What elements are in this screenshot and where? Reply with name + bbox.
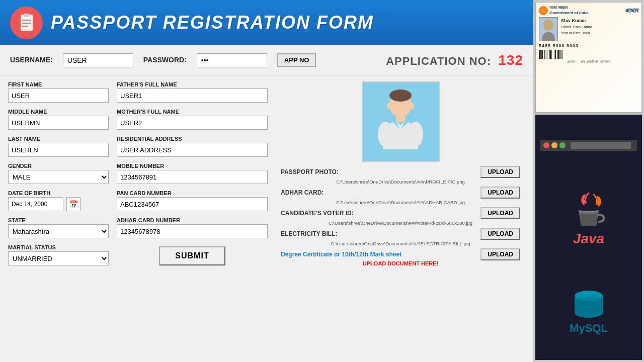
pan-group: PAN CARD NUMBER [117, 190, 268, 211]
header: PASSPORT REGISTRATION FORM [0, 0, 533, 45]
sidebar-bottom: Java MySQL [535, 115, 642, 360]
last-name-input[interactable] [8, 143, 109, 157]
aadhaar-tagline: आधार — आम आदमी का अधिकार [539, 60, 638, 64]
svg-point-20 [575, 303, 603, 313]
middle-name-input[interactable] [8, 116, 109, 130]
mysql-section: MySQL [570, 287, 608, 335]
address-input[interactable] [117, 143, 268, 157]
adhar-card-upload-btn[interactable]: UPLOAD [480, 187, 520, 199]
middle-name-label: MIDDLE NAME [8, 109, 109, 115]
aadhaar-card: भारत सरकारGovernment of India आधार Shiv [536, 3, 641, 112]
passport-photo-upload-btn[interactable]: UPLOAD [480, 166, 520, 178]
aadhaar-number: 5485 5000 8000 [539, 43, 638, 48]
mothers-name-input[interactable] [117, 116, 268, 130]
aadhaar-name: Shiv Kumar [561, 17, 592, 24]
voter-id-upload-btn[interactable]: UPLOAD [480, 207, 520, 219]
adhar-card-upload-row: ADHAR CARD: UPLOAD C:\Users\shree\OneDri… [281, 187, 520, 205]
degree-text: Degree Certificate or 10th/12th Mark she… [281, 251, 401, 258]
aadhaar-dob: Year of Birth: 1988 [561, 30, 592, 36]
application-no: APPLICATION NO: 132 [386, 52, 523, 68]
passport-photo-box [362, 81, 440, 162]
state-label: STATE [8, 217, 109, 223]
svg-point-12 [409, 103, 414, 110]
fathers-name-input[interactable] [117, 88, 268, 103]
state-group: STATE Maharashtra Delhi Karnataka Tamil … [8, 217, 109, 238]
aadhaar-card-panel: भारत सरकारGovernment of India आधार Shiv [535, 2, 642, 113]
username-input[interactable] [63, 53, 133, 67]
address-bar [571, 142, 631, 149]
gender-label: GENDER [8, 163, 109, 169]
first-name-input[interactable] [8, 88, 109, 103]
upload-section: PASSPORT PHOTO: UPLOAD C:\Users\shree\On… [276, 166, 525, 268]
degree-upload-row: Degree Certificate or 10th/12th Mark she… [281, 248, 520, 266]
address-group: RESIDENTIAL ADDRESS [117, 136, 268, 157]
mobile-input[interactable] [117, 170, 268, 184]
java-section: Java [571, 191, 606, 247]
browser-toolbar [540, 140, 637, 151]
svg-rect-3 [22, 23, 31, 24]
last-name-group: LAST NAME [8, 136, 109, 157]
dob-group: DATE OF BIRTH 📅 [8, 190, 109, 211]
java-logo-icon [571, 191, 606, 231]
top-bar: Username: Password: APP NO APPLICATION N… [0, 45, 533, 75]
svg-rect-2 [22, 20, 31, 21]
submit-button[interactable]: SUBMIT [159, 246, 225, 265]
calendar-button[interactable]: 📅 [66, 197, 80, 211]
adhar-group: ADHAR CARD NUMBER [117, 217, 268, 238]
svg-point-11 [387, 103, 392, 110]
dob-input[interactable] [8, 197, 63, 211]
fathers-name-group: FATHER'S FULL NAME [117, 81, 268, 103]
adhar-label: ADHAR CARD NUMBER [117, 217, 268, 223]
right-column: PASSPORT PHOTO: UPLOAD C:\Users\shree\On… [276, 81, 525, 356]
mysql-label: MySQL [570, 322, 608, 335]
right-sidebar: भारत सरकारGovernment of India आधार Shiv [533, 0, 644, 362]
pan-input[interactable] [117, 197, 268, 211]
degree-upload-here: UPLOAD DOCUMENT HERE! [281, 260, 520, 266]
mothers-name-group: MOTHER'S FULL NAME [117, 109, 268, 130]
gender-group: GENDER MALE FEMALE OTHER [8, 163, 109, 184]
header-title: PASSPORT REGISTRATION FORM [51, 12, 374, 33]
app-no-button[interactable]: APP NO [277, 53, 316, 67]
middle-column: FATHER'S FULL NAME MOTHER'S FULL NAME RE… [117, 81, 268, 356]
voter-id-path: C:\Users\shree\OneDrive\Documents\###\vo… [281, 220, 520, 226]
marital-group: MARTIAL STATUS UNMARRIED MARRIED DIVORCE… [8, 244, 109, 265]
electricity-upload-row: ELECTRICITY BILL: UPLOAD C:\Users\shree\… [281, 228, 520, 246]
submit-area: SUBMIT [117, 246, 268, 265]
password-input[interactable] [197, 53, 267, 67]
first-name-label: FIRST NAME [8, 81, 109, 87]
minimize-dot [551, 142, 557, 148]
clipboard-icon [10, 7, 43, 39]
passport-photo-upload-row: PASSPORT PHOTO: UPLOAD C:\Users\shree\On… [281, 166, 520, 185]
voter-id-upload-row: CANDIDATE'S VOTER ID: UPLOAD C:\Users\sh… [281, 207, 520, 226]
electricity-upload-btn[interactable]: UPLOAD [480, 228, 520, 240]
voter-id-label: CANDIDATE'S VOTER ID: [281, 210, 354, 217]
aadhaar-father: Father: Ram Kumar [561, 24, 592, 30]
fathers-name-label: FATHER'S FULL NAME [117, 81, 268, 87]
mobile-group: MOBILE NUMBER [117, 163, 268, 184]
passport-photo-label: PASSPORT PHOTO: [281, 168, 339, 175]
mothers-name-label: MOTHER'S FULL NAME [117, 109, 268, 115]
username-label: Username: [10, 56, 53, 64]
dob-label: DATE OF BIRTH [8, 190, 109, 196]
marital-select[interactable]: UNMARRIED MARRIED DIVORCED [8, 251, 109, 265]
mobile-label: MOBILE NUMBER [117, 163, 268, 169]
svg-point-7 [389, 89, 412, 102]
svg-rect-4 [22, 26, 28, 27]
address-label: RESIDENTIAL ADDRESS [117, 136, 268, 142]
main-area: PASSPORT REGISTRATION FORM Username: Pas… [0, 0, 533, 362]
mysql-logo-icon [571, 287, 606, 322]
passport-photo-path: C:\Users\shree\OneDrive\Documents\###\PR… [281, 179, 520, 185]
adhar-card-label: ADHAR CARD: [281, 189, 324, 196]
gender-select[interactable]: MALE FEMALE OTHER [8, 170, 109, 184]
marital-label: MARTIAL STATUS [8, 244, 109, 250]
left-column: FIRST NAME MIDDLE NAME LAST NAME GENDER … [8, 81, 109, 356]
app-no-label: APPLICATION NO: [386, 55, 491, 67]
degree-upload-btn[interactable]: UPLOAD [480, 248, 520, 260]
password-label: Password: [143, 56, 187, 64]
electricity-label: ELECTRICITY BILL: [281, 230, 337, 237]
first-name-group: FIRST NAME [8, 81, 109, 103]
maximize-dot [559, 142, 566, 148]
electricity-path: C:\Users\shree\OneDrive\Documents\###\EL… [281, 241, 520, 246]
adhar-input[interactable] [117, 224, 268, 238]
state-select[interactable]: Maharashtra Delhi Karnataka Tamil Nadu [8, 224, 109, 238]
